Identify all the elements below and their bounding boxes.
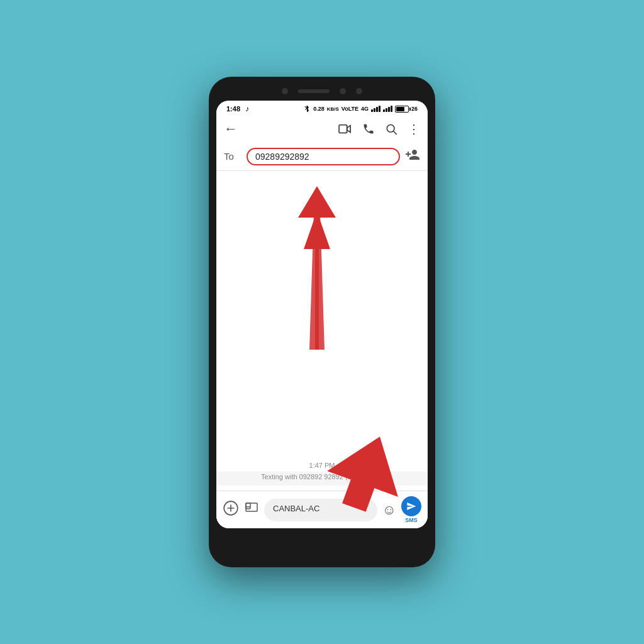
phone-screen: 1:48 ♪ 0.28 KB/S VoLTE 4G — [216, 101, 428, 528]
add-icon — [223, 500, 239, 516]
send-icon-bg — [401, 496, 421, 516]
search-icon — [385, 123, 397, 135]
data-speed: 0.28 — [313, 106, 325, 112]
svg-rect-10 — [246, 503, 250, 509]
action-bar-right: ⋮ — [338, 121, 420, 136]
more-options-button[interactable]: ⋮ — [408, 121, 420, 136]
battery-level: 26 — [411, 106, 418, 112]
data-unit: KB/S — [327, 106, 339, 112]
send-label: SMS — [405, 517, 418, 523]
message-area: 1:47 PM Texting with 092892 92892 (SMS/M… — [216, 171, 428, 491]
video-icon — [338, 123, 352, 135]
sensor-dot2 — [356, 88, 362, 94]
signal-bars — [371, 106, 380, 112]
add-contact-button[interactable] — [405, 147, 420, 165]
recipient-chip[interactable]: 09289292892 — [247, 148, 400, 165]
volte-label: VoLTE — [341, 106, 358, 112]
phone-call-button[interactable] — [362, 123, 375, 135]
attach-icon — [244, 501, 259, 516]
bottom-bar: CANBAL-AC ☺ SMS — [216, 491, 428, 528]
sms-info-text: Texting with 092892 92892 (SMS/MMS) — [216, 472, 428, 486]
back-button[interactable]: ← — [224, 121, 238, 137]
phone-device: 1:48 ♪ 0.28 KB/S VoLTE 4G — [209, 77, 435, 567]
add-button[interactable] — [223, 500, 239, 520]
emoji-button[interactable]: ☺ — [382, 502, 396, 518]
search-button[interactable] — [385, 123, 397, 135]
phone-icon — [362, 123, 375, 135]
music-icon: ♪ — [245, 104, 249, 113]
message-timestamp: 1:47 PM — [216, 459, 428, 472]
emoji-icon: ☺ — [382, 502, 396, 518]
send-arrow-icon — [406, 501, 416, 511]
status-time: 1:48 — [226, 105, 240, 113]
more-icon: ⋮ — [408, 121, 420, 136]
sensor-dot — [340, 88, 346, 94]
video-call-button[interactable] — [338, 123, 352, 135]
attach-button[interactable] — [244, 501, 259, 519]
phone-top-hardware — [216, 84, 428, 101]
battery-icon — [395, 106, 409, 113]
action-bar: ← — [216, 116, 428, 142]
add-contact-icon — [405, 147, 420, 162]
signal-bars-2 — [383, 106, 392, 112]
back-icon: ← — [224, 121, 238, 136]
front-camera — [282, 88, 288, 94]
status-icons: 0.28 KB/S VoLTE 4G — [303, 105, 418, 113]
4g-label: 4G — [361, 106, 369, 112]
phone-speaker — [298, 89, 330, 93]
compose-text: CANBAL-AC — [273, 504, 319, 513]
svg-line-2 — [394, 131, 397, 135]
recipient-number: 09289292892 — [255, 152, 309, 162]
bluetooth-icon — [303, 105, 311, 113]
svg-rect-0 — [339, 125, 347, 133]
send-button[interactable]: SMS — [401, 496, 421, 523]
message-input[interactable]: CANBAL-AC — [264, 499, 377, 521]
to-label: To — [224, 151, 242, 162]
status-bar: 1:48 ♪ 0.28 KB/S VoLTE 4G — [216, 101, 428, 116]
to-row: To 09289292892 — [216, 142, 428, 171]
